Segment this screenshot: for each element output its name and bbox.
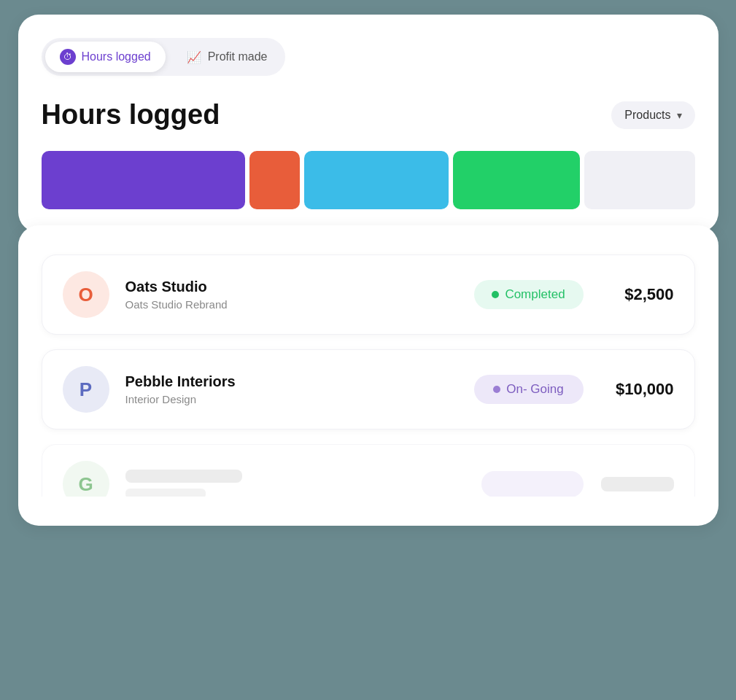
bottom-card: O Oats Studio Oats Studio Rebrand Comple… [18, 225, 718, 526]
project-amount [601, 477, 674, 491]
item-info: Oats Studio Oats Studio Rebrand [125, 279, 457, 311]
status-dot-icon [492, 291, 499, 298]
tab-profit-label: Profit made [208, 50, 268, 63]
products-label: Products [624, 109, 670, 122]
avatar: G [63, 461, 109, 497]
item-info: Pebble Interiors Interior Design [125, 373, 457, 405]
project-subtitle: Interior Design [125, 393, 457, 405]
avatar: P [63, 366, 109, 413]
color-bar [249, 151, 301, 209]
list-item[interactable]: G [42, 444, 695, 497]
color-bar [584, 151, 694, 209]
toggle-group: ⏱ Hours logged 📈 Profit made [42, 38, 286, 76]
list-item[interactable]: P Pebble Interiors Interior Design On- G… [42, 349, 695, 429]
list-item[interactable]: O Oats Studio Oats Studio Rebrand Comple… [42, 254, 695, 335]
tab-profit-made[interactable]: 📈 Profit made [171, 42, 282, 72]
status-badge: Completed [474, 280, 584, 309]
tab-hours-logged[interactable]: ⏱ Hours logged [45, 42, 166, 72]
project-subtitle: Oats Studio Rebrand [125, 298, 457, 311]
color-bars-chart [42, 151, 695, 209]
avatar: O [63, 271, 109, 318]
chart-title: Hours logged [42, 99, 220, 131]
chart-icon: 📈 [186, 49, 202, 65]
chevron-down-icon: ▾ [677, 109, 682, 121]
list-item-partial: G [42, 444, 695, 497]
project-list: O Oats Studio Oats Studio Rebrand Comple… [42, 254, 695, 497]
project-amount: $2,500 [601, 285, 674, 304]
color-bar [453, 151, 580, 209]
color-bar [304, 151, 449, 209]
status-label: On- Going [506, 382, 563, 397]
status-label: Completed [505, 287, 565, 302]
clock-icon: ⏱ [60, 49, 76, 65]
project-name: Oats Studio [125, 279, 457, 295]
tab-hours-label: Hours logged [82, 50, 151, 63]
project-name: Pebble Interiors [125, 373, 457, 390]
item-info [125, 470, 464, 497]
status-dot-icon [493, 386, 500, 393]
chart-header: Hours logged Products ▾ [42, 99, 695, 131]
color-bar [42, 151, 245, 209]
status-badge [481, 471, 584, 497]
project-subtitle [125, 489, 206, 497]
project-name [125, 470, 242, 483]
status-badge: On- Going [474, 375, 584, 404]
project-amount: $10,000 [601, 380, 674, 399]
top-card: ⏱ Hours logged 📈 Profit made Hours logge… [18, 15, 718, 233]
products-dropdown[interactable]: Products ▾ [611, 101, 694, 129]
